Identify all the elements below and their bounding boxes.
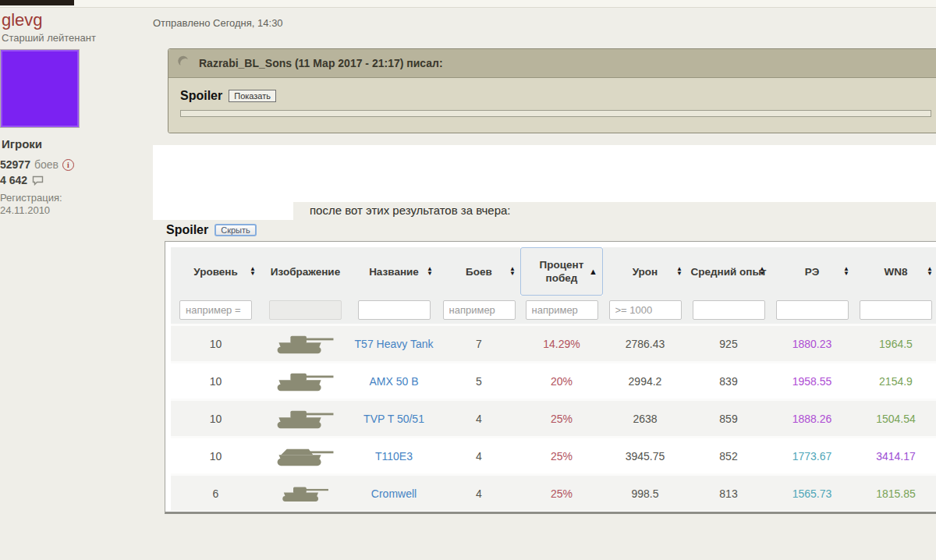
posts-stat: 4 642 (0, 174, 44, 186)
author-group: Игроки (2, 137, 42, 151)
filter-row (171, 296, 936, 324)
sort-up-down-icon: ▲▼ (427, 267, 433, 276)
tank-image-cell (261, 399, 350, 436)
quote-spoiler-label: Spoiler (180, 89, 222, 103)
filter-input-level[interactable] (179, 300, 252, 320)
column-header-winrate[interactable]: Процент побед ▲ (520, 247, 603, 296)
table-row: 10 T110E3 4 25% 3945.75 852 1773.67 3414… (171, 436, 936, 473)
spoiler-show-button[interactable]: Показать (229, 90, 276, 102)
tank-image-cell (261, 324, 350, 361)
filter-input-image (269, 300, 342, 320)
winrate-cell: 20% (520, 361, 603, 399)
quote-block: Razrabi_BL_Sons (11 Мар 2017 - 21:17) пи… (168, 48, 936, 133)
results-spoiler-control: Spoiler Скрыть (166, 223, 257, 237)
level-cell: 10 (171, 361, 261, 399)
battles-cell: 7 (438, 324, 520, 361)
spoiler-label: Spoiler (166, 223, 208, 237)
filter-input-re[interactable] (776, 300, 849, 320)
sort-up-down-icon: ▲▼ (509, 267, 516, 276)
sort-up-down-icon: ▲▼ (676, 267, 682, 276)
damage-cell: 3945.75 (603, 436, 687, 473)
registration-label: Регистрация: (0, 192, 62, 204)
wn8-cell: 1815.85 (854, 473, 936, 511)
author-rank: Старший лейтенант (2, 32, 96, 44)
results-table-container: Уровень ▲▼ Изображение Название ▲▼ Боев … (165, 241, 936, 514)
tank-image-cell (261, 473, 350, 511)
sort-asc-icon: ▲ (589, 268, 597, 276)
avgxp-cell: 852 (687, 436, 770, 473)
avgxp-cell: 859 (687, 399, 770, 436)
top-page-strip (0, 0, 936, 8)
tank-link[interactable]: T110E3 (375, 449, 413, 463)
filter-input-battles[interactable] (443, 300, 516, 320)
battles-cell: 4 (438, 399, 520, 436)
table-row: 10 TVP T 50/51 4 25% 2638 859 1888.26 15… (171, 399, 936, 436)
name-cell: T110E3 (350, 436, 438, 473)
tank-silhouette-icon (281, 484, 331, 503)
spoiler-hide-button[interactable]: Скрыть (214, 224, 257, 236)
column-header-damage[interactable]: Урон ▲▼ (603, 247, 687, 296)
results-table: Уровень ▲▼ Изображение Название ▲▼ Боев … (171, 247, 936, 511)
column-header-image: Изображение (261, 247, 350, 296)
damage-cell: 2994.2 (603, 361, 687, 399)
level-cell: 10 (171, 399, 261, 436)
damage-cell: 2638 (603, 399, 687, 436)
name-cell: T57 Heavy Tank (350, 324, 438, 361)
level-cell: 6 (171, 473, 261, 511)
filter-input-avgxp[interactable] (693, 300, 765, 320)
tank-image-cell (261, 361, 350, 399)
filter-input-name[interactable] (358, 300, 431, 320)
battles-label: боев (34, 158, 58, 171)
avatar[interactable] (0, 49, 80, 128)
tank-link[interactable]: AMX 50 B (369, 374, 418, 388)
info-circle-icon[interactable]: i (62, 159, 74, 171)
avgxp-cell: 813 (687, 473, 770, 511)
re-cell: 1958.55 (770, 361, 854, 399)
avgxp-cell: 925 (687, 324, 770, 361)
tank-silhouette-icon (275, 370, 337, 392)
filter-input-winrate[interactable] (526, 300, 598, 320)
column-header-wn8[interactable]: WN8 ▲▼ (854, 247, 936, 296)
tank-link[interactable]: T57 Heavy Tank (355, 337, 434, 351)
column-header-battles[interactable]: Боев ▲▼ (438, 247, 520, 296)
battles-cell: 4 (438, 436, 520, 473)
column-header-name[interactable]: Название ▲▼ (350, 247, 438, 296)
battles-cell: 5 (438, 361, 520, 399)
re-cell: 1888.26 (770, 399, 854, 436)
censored-area (153, 145, 936, 202)
tank-image-cell (261, 436, 350, 473)
filter-input-damage[interactable] (609, 300, 682, 320)
damage-cell: 2786.43 (603, 324, 687, 361)
wn8-cell: 1504.54 (854, 399, 936, 436)
battles-stat: 52977 боев i (0, 158, 74, 171)
re-cell: 1880.23 (770, 324, 854, 361)
name-cell: AMX 50 B (350, 361, 438, 399)
registration-date: 24.11.2010 (0, 204, 50, 216)
sort-up-down-icon: ▲▼ (927, 267, 933, 276)
filter-input-wn8[interactable] (860, 300, 932, 320)
winrate-cell: 25% (520, 436, 603, 473)
avgxp-cell: 839 (687, 361, 770, 399)
posts-value: 4 642 (0, 174, 27, 186)
name-cell: Cromwell (350, 473, 438, 511)
tank-link[interactable]: Cromwell (371, 487, 417, 501)
header-row: Уровень ▲▼ Изображение Название ▲▼ Боев … (171, 247, 936, 296)
name-cell: TVP T 50/51 (350, 399, 438, 436)
quote-body: Spoiler Показать (168, 78, 936, 133)
wn8-cell: 1964.5 (854, 324, 936, 361)
column-header-level[interactable]: Уровень ▲▼ (171, 247, 261, 296)
tank-silhouette-icon (275, 333, 337, 355)
column-header-avgxp[interactable]: Средний опыт ▲▼ (687, 247, 770, 296)
column-header-re[interactable]: РЭ ▲▼ (770, 247, 854, 296)
wn8-cell: 3414.17 (854, 436, 936, 473)
winrate-cell: 25% (520, 399, 603, 436)
tank-link[interactable]: TVP T 50/51 (363, 412, 424, 426)
re-cell: 1565.73 (770, 473, 854, 511)
collapsed-spoiler-bar (180, 110, 931, 117)
wn8-cell: 2154.9 (854, 361, 936, 399)
quote-curl-icon (179, 58, 190, 69)
author-username[interactable]: glevg (2, 10, 43, 30)
sort-up-down-icon: ▲▼ (759, 267, 765, 276)
censored-area (153, 202, 293, 220)
sort-up-down-icon: ▲▼ (250, 267, 256, 276)
